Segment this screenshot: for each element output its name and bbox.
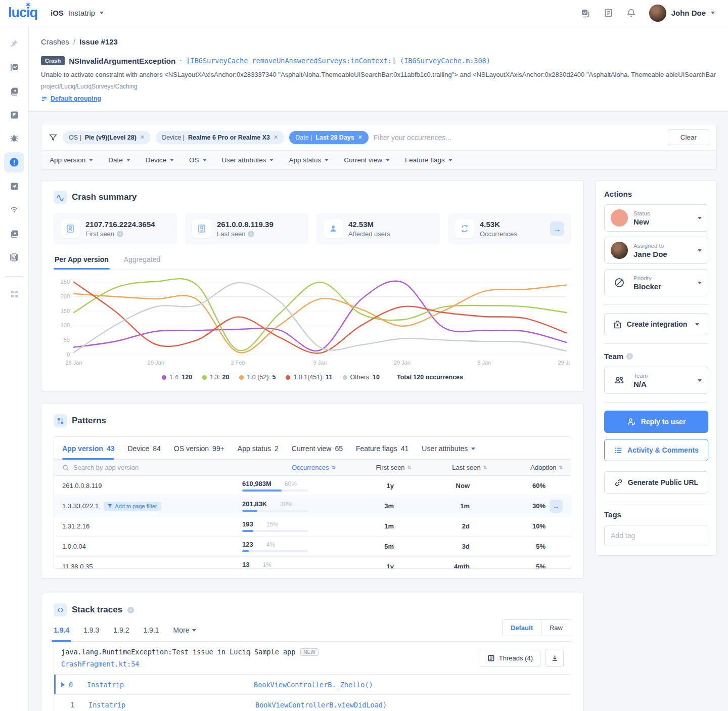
remove-chip-icon[interactable]: ✕: [358, 134, 362, 141]
rail-flag-icon[interactable]: [4, 105, 24, 125]
bell-icon[interactable]: [626, 8, 636, 18]
luciq-logo[interactable]: luciq✶: [8, 6, 37, 20]
frame-index: 1: [70, 701, 88, 709]
column-header-occurrences[interactable]: Occurrences⇅: [219, 464, 335, 471]
tasks-icon[interactable]: [580, 8, 590, 18]
divider: [604, 343, 708, 344]
filter-dropdown-current-view[interactable]: Current view: [344, 156, 390, 164]
patterns-tab-app-status[interactable]: App status2: [238, 445, 279, 459]
activity-comments-button[interactable]: Activity & Comments: [604, 439, 708, 461]
filter-dropdown-feature-flags[interactable]: Feature flags: [405, 156, 452, 164]
chart-tab-aggregated[interactable]: Aggregated: [123, 255, 161, 269]
crash-file-link[interactable]: CrashFragment.kt:54: [61, 660, 480, 668]
sort-icon: ⇅: [407, 465, 411, 470]
table-row[interactable]: 11.38.0.35131%1y4mth5%→: [54, 557, 571, 569]
rail-pin-icon[interactable]: [4, 33, 24, 54]
filter-dropdown-date[interactable]: Date: [108, 156, 130, 164]
legend-item[interactable]: 1.3: 20: [202, 374, 229, 381]
occurrences-arrow-button[interactable]: →: [550, 221, 564, 236]
link-icon: [614, 478, 623, 487]
filter-dropdown-app-status[interactable]: App status: [289, 156, 329, 164]
stack-tab-1.9.1[interactable]: 1.9.1: [143, 626, 159, 641]
view-toggle-raw[interactable]: Raw: [541, 620, 571, 636]
divider: [604, 502, 708, 502]
create-integration-button[interactable]: Create integration: [604, 313, 708, 335]
legend-item[interactable]: 1.0 (52): 5: [239, 374, 276, 381]
status-color-dot: [611, 209, 628, 227]
generate-public-url-button[interactable]: Generate Public URL: [604, 471, 708, 494]
patterns-tab-current-view[interactable]: Current view65: [292, 445, 343, 459]
row-app-version: 1.0.0.04: [62, 543, 202, 550]
legend-item[interactable]: 1.4: 120: [162, 374, 192, 381]
column-header-adoption[interactable]: Adoption⇅: [487, 464, 563, 471]
filter-chip-2[interactable]: Date | Last 28 Days✕: [289, 131, 369, 144]
rail-reports-icon[interactable]: [4, 81, 24, 101]
status-select[interactable]: StatusNew: [604, 204, 708, 232]
info-icon: i: [248, 231, 254, 237]
column-header-last-seen[interactable]: Last seen⇅: [411, 464, 487, 471]
frame-symbol: BookViewControllerB._Zhello(): [254, 681, 373, 689]
clear-filters-button[interactable]: Clear: [668, 129, 709, 145]
download-icon[interactable]: [545, 649, 564, 667]
patterns-search-input[interactable]: [73, 464, 185, 471]
add-to-page-filter-chip[interactable]: Add to page filter: [104, 502, 161, 511]
filter-dropdown-device[interactable]: Device: [146, 156, 174, 164]
breadcrumb-crashes[interactable]: Crashes: [41, 37, 69, 46]
stack-tab-1.9.3[interactable]: 1.9.3: [83, 626, 99, 641]
occurrence-filters: OS | Pie (v9)(Level 28)✕Device | Realme …: [41, 124, 717, 170]
default-grouping-link[interactable]: Default grouping: [41, 95, 101, 102]
filter-dropdown-user-attributes[interactable]: User attributes: [222, 156, 274, 164]
patterns-tab-os-version[interactable]: OS version99+: [174, 445, 224, 459]
assigned-to-select[interactable]: Assigned toJane Doe: [604, 237, 708, 264]
patterns-tab-feature-flags[interactable]: Feature flags41: [356, 445, 408, 459]
rail-broadcast-icon[interactable]: [4, 200, 24, 220]
occurrences-chart: 05010015020025028 Jan29 Jan2 Feb9 Jan29 …: [54, 277, 571, 381]
rail-session-replay-icon[interactable]: [4, 247, 24, 268]
table-row[interactable]: 261.0.0.8.119610,983M60%1yNow60%→: [54, 476, 571, 496]
remove-chip-icon[interactable]: ✕: [274, 134, 278, 141]
rail-send-icon[interactable]: [4, 176, 24, 196]
stack-frame[interactable]: 1InstatripBookViewControllerB.viewDidLoa…: [54, 695, 571, 711]
column-header-first-seen[interactable]: First seen⇅: [335, 464, 411, 471]
patterns-search[interactable]: [62, 464, 219, 471]
tab-count-badge: 84: [153, 445, 161, 453]
table-row[interactable]: 1.31.2.1619315%1m2d10%→: [54, 516, 571, 537]
stack-tab-1.9.2[interactable]: 1.9.2: [113, 626, 129, 641]
notes-icon[interactable]: [604, 8, 613, 18]
filter-chip-0[interactable]: OS | Pie (v9)(Level 28)✕: [63, 131, 151, 144]
filter-dropdown-os[interactable]: OS: [189, 156, 207, 164]
patterns-tab-user-attributes[interactable]: User attributes: [422, 445, 475, 459]
rail-apps-grid-icon[interactable]: [4, 284, 24, 304]
chart-tab-per-app-version[interactable]: Per App version: [54, 255, 110, 269]
rail-starred-icon[interactable]: [4, 224, 24, 244]
stack-frame[interactable]: 0InstatripBookViewControllerB._Zhello(): [54, 675, 571, 695]
table-row[interactable]: 1.0.0.041234%5m3d5%→: [54, 537, 571, 557]
affected-users-icon: [324, 219, 343, 238]
view-toggle-default[interactable]: Default: [503, 620, 541, 636]
filter-chip-1[interactable]: Device | Realme 6 Pro or Realme X3✕: [156, 131, 284, 144]
legend-item[interactable]: 1.0.1(451): 11: [286, 374, 332, 381]
rail-divider: [6, 276, 23, 277]
rail-crash-alert-icon[interactable]: [4, 152, 24, 172]
remove-chip-icon[interactable]: ✕: [140, 134, 145, 141]
threads-button[interactable]: Threads (4): [480, 650, 540, 666]
app-switcher[interactable]: iOS Instatrip: [51, 9, 104, 17]
chevron-down-icon: [711, 12, 715, 14]
svg-text:2 Feb: 2 Feb: [231, 360, 245, 366]
reply-to-user-button[interactable]: Reply to user: [604, 411, 708, 433]
filter-dropdown-app-version[interactable]: App version: [50, 156, 93, 164]
rail-bug-icon[interactable]: [4, 128, 24, 149]
priority-select[interactable]: PriorityBlocker: [604, 269, 708, 296]
patterns-tab-device[interactable]: Device84: [127, 445, 160, 459]
add-tag-input[interactable]: [604, 525, 708, 546]
table-row[interactable]: 1.3.33.022.1Add to page filter201,83K30%…: [54, 496, 571, 516]
stack-tab-more[interactable]: More: [173, 626, 197, 641]
patterns-tab-app-version[interactable]: App version43: [62, 445, 114, 459]
row-open-arrow-button[interactable]: →: [550, 500, 563, 513]
user-menu[interactable]: John Doe: [649, 5, 715, 22]
stack-tab-1.9.4[interactable]: 1.9.4: [54, 626, 69, 641]
legend-item[interactable]: Others: 10: [343, 374, 380, 381]
rail-insights-icon[interactable]: [4, 57, 24, 77]
filter-input[interactable]: [374, 134, 663, 142]
team-select[interactable]: Team N/A: [604, 367, 708, 394]
